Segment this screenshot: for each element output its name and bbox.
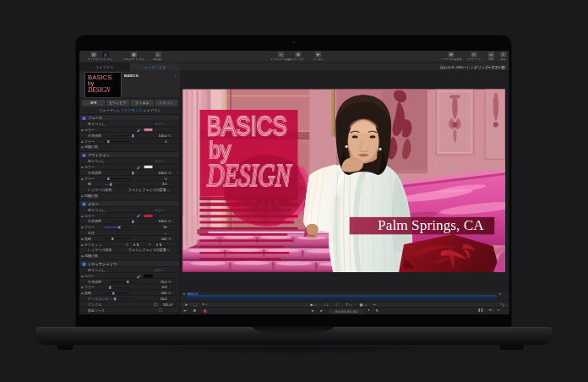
svg-text:DESIGN: DESIGN <box>206 157 292 193</box>
svg-text:Palm Springs, CA: Palm Springs, CA <box>377 217 483 232</box>
svg-text:BASICS: BASICS <box>206 111 286 141</box>
